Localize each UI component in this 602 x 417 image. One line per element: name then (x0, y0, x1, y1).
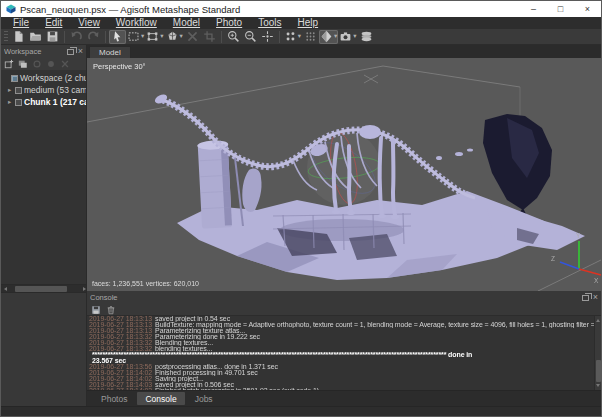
dropdown-caret-icon[interactable]: ▾ (180, 33, 183, 40)
enable-item-icon[interactable] (32, 59, 42, 69)
close-button[interactable]: × (574, 1, 601, 17)
main-area: Workspace × Workspace (2 chunks, 270 cam… (1, 45, 601, 406)
workspace-panel-header: Workspace × (1, 45, 86, 58)
tree-item-label: Workspace (2 chunks, 270 cameras) (20, 73, 86, 83)
bottom-tab[interactable]: Console (137, 392, 184, 405)
bottom-tab[interactable]: Photos (93, 392, 135, 405)
workspace-tree-item[interactable]: Workspace (2 chunks, 270 cameras) (1, 72, 86, 84)
document-tab-bar: Model (87, 45, 601, 58)
menu-item[interactable]: Help (290, 17, 327, 29)
menu-item[interactable]: File (5, 17, 37, 29)
axis-y-label: Y (576, 232, 581, 239)
point-cloud-button[interactable]: ▾ (283, 30, 302, 44)
window-title: Pscan_neuquen.psx — Agisoft Metashape St… (20, 4, 240, 15)
undo-button[interactable] (68, 30, 85, 44)
scrollbar-track[interactable] (9, 285, 78, 292)
open-project-button[interactable] (27, 30, 44, 44)
toolbar-separator (221, 31, 222, 43)
model-viewport[interactable]: Y X Z Perspective 30° faces: 1,236,551 v… (87, 58, 601, 291)
float-panel-icon[interactable] (67, 49, 74, 55)
save-log-icon[interactable] (91, 305, 101, 315)
tree-item-label: Chunk 1 (217 cameras, 137, (24, 97, 86, 107)
clear-log-icon[interactable] (106, 305, 116, 315)
tiled-model-button[interactable] (358, 30, 375, 44)
new-project-button[interactable] (10, 30, 27, 44)
console-panel-header: Console × (87, 291, 601, 304)
menu-item[interactable]: Tools (250, 17, 289, 29)
save-project-button[interactable] (44, 30, 61, 44)
workspace-tree-item[interactable]: ▸ Chunk 1 (217 cameras, 137, (1, 96, 86, 108)
column-mesh (197, 140, 233, 229)
log-timestamp: 2019-06-27 18:14:03 (89, 388, 152, 390)
bottom-tab[interactable]: Jobs (187, 392, 221, 405)
dropdown-caret-icon[interactable]: ▾ (334, 33, 337, 40)
model-viewport-scene[interactable]: Y X Z (87, 58, 601, 291)
bottom-tab-bar: PhotosConsoleJobs (87, 390, 601, 406)
scroll-down-icon[interactable] (596, 384, 600, 389)
menu-item[interactable]: View (70, 17, 108, 29)
title-bar: Pscan_neuquen.psx — Agisoft Metashape St… (1, 1, 601, 17)
menu-bar: FileEditViewWorkflowModelPhotoToolsHelp (1, 17, 601, 29)
app-logo-icon (6, 4, 16, 14)
chunk-icon (15, 99, 22, 106)
console-v-scrollbar[interactable] (594, 316, 601, 390)
disable-item-icon[interactable] (46, 59, 56, 69)
float-panel-icon[interactable] (582, 295, 589, 301)
zoom-out-button[interactable] (242, 30, 259, 44)
toolbar-grip[interactable] (4, 31, 8, 43)
toolbar-separator (279, 31, 280, 43)
console-panel-title: Console (90, 293, 582, 302)
show-cameras-button[interactable]: ▾ (338, 30, 357, 44)
document-area: Model (87, 45, 601, 406)
crop-selection-button[interactable] (201, 30, 218, 44)
console-pane: Console × 2019-06-27 18:13:13saved proje… (87, 291, 601, 406)
tie-points-button[interactable] (302, 30, 319, 44)
menu-item[interactable]: Edit (37, 17, 70, 29)
resize-region-button[interactable]: ▾ (145, 30, 164, 44)
axis-z-label: Z (551, 255, 555, 262)
photos-pane-empty (1, 292, 86, 406)
tab-model[interactable]: Model (89, 46, 131, 58)
dropdown-caret-icon[interactable]: ▾ (141, 33, 144, 40)
shaded-model-button[interactable]: ▾ (319, 30, 338, 44)
log-message: Finished batch processing in 3591.92 sec… (155, 388, 319, 390)
reset-view-button[interactable] (259, 30, 276, 44)
maximize-button[interactable]: □ (547, 1, 574, 17)
menu-item[interactable]: Workflow (108, 17, 165, 29)
tree-item-label: medium (53 cameras) (24, 85, 86, 95)
menu-item[interactable]: Photo (208, 17, 250, 29)
window-controls: – □ × (520, 1, 601, 17)
toolbar-separator (105, 31, 106, 43)
workspace-toolbar (1, 58, 86, 70)
redo-button[interactable] (85, 30, 102, 44)
metashape-window: Pscan_neuquen.psx — Agisoft Metashape St… (0, 0, 602, 417)
workspace-pane: Workspace × Workspace (2 chunks, 270 cam… (1, 45, 87, 406)
scroll-up-icon[interactable] (596, 317, 600, 322)
close-panel-icon[interactable]: × (78, 47, 83, 56)
rectangle-selection-button[interactable]: ▾ (126, 30, 145, 44)
minimize-button[interactable]: – (520, 1, 547, 17)
free-form-selection-button[interactable]: ▾ (165, 30, 184, 44)
main-toolbar: ▾ ▾ ▾ ▾ (1, 29, 601, 45)
console-toolbar (87, 304, 601, 316)
toolbar-separator (64, 31, 65, 43)
add-chunk-icon[interactable] (4, 59, 14, 69)
expand-arrow-icon[interactable]: ▸ (8, 99, 13, 106)
add-photos-icon[interactable] (18, 59, 28, 69)
expand-arrow-icon[interactable]: ▸ (8, 87, 13, 94)
workspace-tree-item[interactable]: ▸ medium (53 cameras) (1, 84, 86, 96)
remove-item-icon[interactable] (60, 59, 70, 69)
zoom-in-button[interactable] (225, 30, 242, 44)
scrollbar-thumb[interactable] (15, 286, 67, 292)
chunk-icon (15, 87, 22, 94)
dropdown-caret-icon[interactable]: ▾ (298, 33, 301, 40)
delete-selection-button[interactable] (184, 30, 201, 44)
dropdown-caret-icon[interactable]: ▾ (160, 33, 163, 40)
scrollbar-thumb[interactable] (596, 360, 601, 382)
menu-item[interactable]: Model (165, 17, 208, 29)
navigation-tool-button[interactable] (109, 30, 126, 44)
console-log-area[interactable]: 2019-06-27 18:13:13saved project in 0.54… (87, 316, 601, 390)
workspace-h-scrollbar[interactable] (1, 284, 86, 292)
dropdown-caret-icon[interactable]: ▾ (353, 33, 356, 40)
close-panel-icon[interactable]: × (593, 293, 598, 302)
